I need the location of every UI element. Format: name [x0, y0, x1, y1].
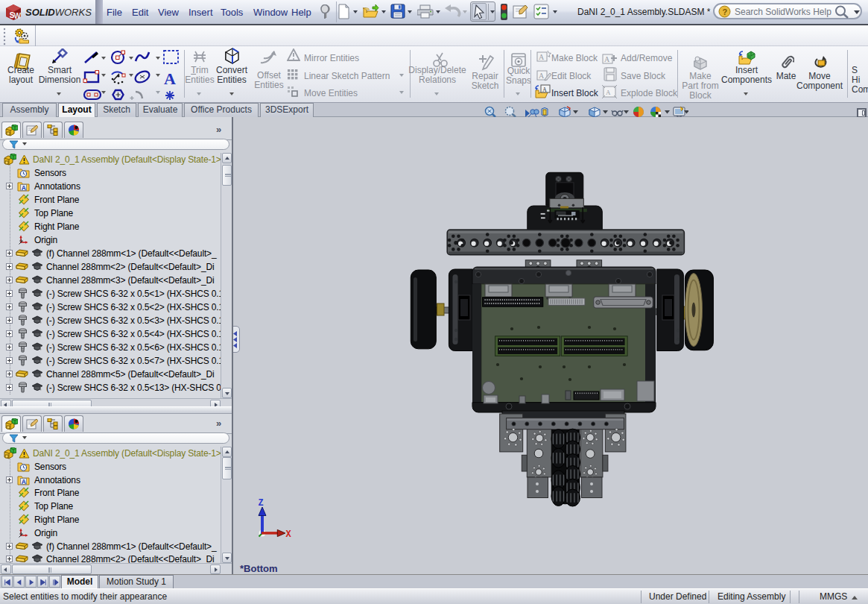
svg-text:?: ? — [723, 7, 728, 16]
svg-text:A: A — [604, 55, 610, 63]
svg-text:Z: Z — [259, 498, 264, 509]
svg-text:A: A — [539, 53, 545, 61]
svg-text:X: X — [286, 529, 292, 540]
svg-text:W: W — [14, 12, 22, 20]
svg-text:A: A — [539, 72, 545, 80]
svg-text:A: A — [606, 89, 611, 96]
svg-text:A: A — [22, 184, 26, 192]
svg-text:A: A — [22, 478, 26, 485]
svg-text:A: A — [542, 86, 547, 93]
